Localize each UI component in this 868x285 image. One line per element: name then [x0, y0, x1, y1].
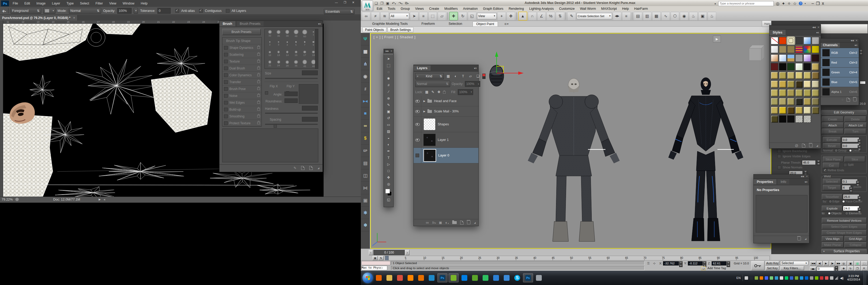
style-swatch-44[interactable]: [779, 98, 786, 105]
new-layer-icon[interactable]: [460, 221, 464, 224]
select-and-scale-icon[interactable]: ◱: [468, 12, 476, 20]
taskbar-app-chrome[interactable]: [395, 274, 405, 282]
brush-setting-build-up[interactable]: Build-up: [222, 106, 261, 113]
move-tool-icon[interactable]: ➤: [384, 56, 393, 62]
use-pivot-point-center-icon[interactable]: ⌖: [497, 12, 506, 20]
explode-button[interactable]: Explode: [822, 206, 842, 211]
brush-setting-protect-texture[interactable]: Protect Texture: [222, 120, 261, 127]
style-swatch-51[interactable]: [787, 107, 795, 114]
style-swatch-2[interactable]: [779, 37, 786, 44]
style-swatch-7[interactable]: [771, 46, 778, 53]
max-app-button[interactable]: 3DS: [362, 1, 373, 11]
max-menu-item-views[interactable]: Views: [412, 6, 426, 11]
checkbox[interactable]: [224, 80, 228, 84]
close-panel-icon[interactable]: ✕: [391, 50, 392, 52]
style-swatch-29[interactable]: [804, 72, 811, 79]
add-time-tag-label[interactable]: Add Time Tag: [707, 266, 726, 270]
named-selection-sets-dropdown[interactable]: Create Selection Set▼: [577, 13, 612, 19]
brush-setting-noise[interactable]: Noise: [222, 92, 261, 99]
style-swatch-50[interactable]: [779, 107, 786, 114]
create-button[interactable]: Create: [822, 116, 843, 122]
lock-icon[interactable]: [257, 53, 260, 56]
style-swatch-27[interactable]: [787, 72, 795, 79]
style-swatch-37[interactable]: [771, 89, 778, 97]
style-swatch-6[interactable]: [812, 37, 819, 44]
left-toolbar-gear-money-icon[interactable]: $: [361, 132, 370, 145]
style-swatch-47[interactable]: [804, 98, 811, 105]
style-swatch-30[interactable]: [812, 72, 819, 79]
taskbar-app-utorrent[interactable]: [470, 274, 480, 282]
bevel-button[interactable]: Bevel: [823, 143, 841, 149]
max-restore-button[interactable]: ❐: [816, 1, 820, 6]
style-swatch-17[interactable]: [804, 55, 811, 62]
checkbox[interactable]: [224, 87, 228, 91]
collapse-button[interactable]: Collapse: [844, 242, 867, 248]
break-button[interactable]: Break: [822, 129, 843, 134]
minimize-button[interactable]: —: [335, 1, 338, 4]
tray-icon-1[interactable]: [745, 276, 748, 280]
style-swatch-16[interactable]: [795, 55, 803, 62]
show-desktop-button[interactable]: [864, 271, 866, 285]
menu-item-type[interactable]: Type: [67, 2, 74, 5]
layer-row-shapes[interactable]: Shapes: [414, 117, 478, 132]
show-normals-checkbox[interactable]: [777, 166, 781, 169]
add-time-tag-icon[interactable]: ❏: [701, 266, 706, 270]
tab-brush[interactable]: Brush: [219, 21, 235, 26]
volume-icon[interactable]: ◀): [840, 276, 844, 280]
taskbar-app-steam[interactable]: [534, 274, 544, 282]
undo-icon[interactable]: ↶▾: [392, 1, 396, 5]
zoom-region-icon[interactable]: ⬚: [861, 261, 867, 266]
layer-row-layer-1[interactable]: Layer 1: [414, 132, 478, 148]
flip-x-checkbox[interactable]: [265, 91, 268, 95]
empty-visibility-box[interactable]: [415, 153, 419, 157]
style-swatch-28[interactable]: [795, 72, 803, 79]
tessellate-face-center-radio[interactable]: [842, 200, 845, 203]
mirror-icon[interactable]: ◀▶: [613, 12, 621, 20]
layer-style-icon[interactable]: fx▾: [432, 221, 436, 224]
texture-protect-icon[interactable]: [301, 166, 305, 170]
left-toolbar-modifier-d-icon[interactable]: ▣: [361, 194, 370, 207]
style-swatch-43[interactable]: [771, 98, 778, 105]
lock-icon[interactable]: [257, 95, 260, 97]
taskbar-app-3ds-max[interactable]: [448, 273, 459, 282]
style-swatch-40[interactable]: [795, 89, 803, 97]
style-swatch-53[interactable]: [804, 107, 811, 114]
percent-snap-toggle-icon[interactable]: %: [547, 12, 555, 20]
menu-item-layer[interactable]: Layer: [52, 2, 60, 5]
lock-position-icon[interactable]: ✥: [437, 89, 441, 95]
layer-filter-select[interactable]: ⌕Kind⇅: [415, 73, 444, 79]
style-swatch-54[interactable]: [812, 107, 819, 114]
tab-channels[interactable]: Channels: [821, 43, 840, 47]
align-icon[interactable]: ≡: [622, 12, 630, 20]
channels-panel-menu-icon[interactable]: ▾≡: [855, 44, 859, 47]
pan-view-icon[interactable]: ✥: [840, 266, 847, 271]
fill-source-select[interactable]: Foreground⇅: [10, 8, 41, 14]
max-minimize-button[interactable]: –: [811, 1, 814, 6]
max-menu-item-animation[interactable]: Animation: [460, 6, 480, 11]
crop-tool-icon[interactable]: #: [384, 82, 393, 88]
render-production-icon[interactable]: ♨: [708, 12, 716, 20]
blur-tool-icon[interactable]: ◒: [384, 135, 393, 141]
select-and-rotate-icon[interactable]: ↻: [459, 12, 467, 20]
layer-opacity-field[interactable]: 100%▾: [465, 81, 480, 87]
expand-arrow-icon[interactable]: ▶: [424, 100, 425, 102]
pattern-picker[interactable]: ▾: [43, 8, 56, 14]
tab-brush-presets[interactable]: Brush Presets: [237, 21, 264, 26]
channel-row-blue[interactable]: BlueCtrl+5: [821, 77, 859, 87]
layer-row-scale-mail-30-[interactable]: ▶Scale Mail - 30%: [414, 106, 478, 117]
style-swatch-21[interactable]: [787, 63, 795, 70]
style-swatch-14[interactable]: [779, 55, 786, 62]
timeline-frame-marker[interactable]: [385, 256, 389, 260]
style-swatch-45[interactable]: [787, 98, 795, 105]
language-indicator[interactable]: EN: [737, 276, 741, 280]
snaps-toggle-icon[interactable]: ∩: [528, 12, 536, 20]
left-toolbar-wrap-tool-icon[interactable]: ◉: [361, 70, 370, 82]
layer-thumbnail[interactable]: [424, 134, 436, 146]
new-style-icon[interactable]: [802, 144, 805, 147]
search-icon[interactable]: ◎: [776, 1, 779, 6]
tray-icon-7[interactable]: [775, 276, 778, 280]
normal-group-radio[interactable]: [834, 149, 838, 152]
grid-align-button[interactable]: Grid Align: [844, 236, 867, 242]
orbit-icon[interactable]: ↻: [847, 266, 854, 271]
left-toolbar-rope-tools-icon[interactable]: ∫∫: [361, 82, 370, 95]
